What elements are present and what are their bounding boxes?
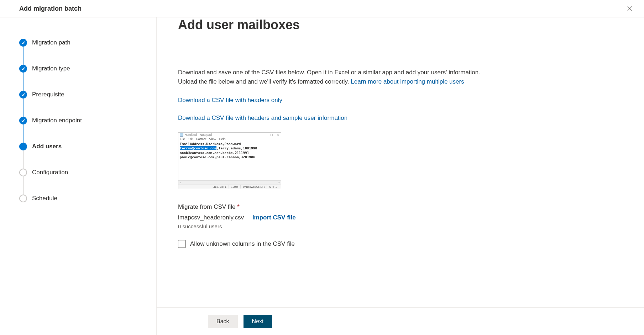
download-sample-link[interactable]: Download a CSV file with headers and sam… <box>178 115 498 122</box>
page-title: Add user mailboxes <box>178 17 498 32</box>
current-step-icon <box>19 143 27 150</box>
allow-unknown-columns-checkbox[interactable] <box>178 240 186 248</box>
description-text: Download and save one of the CSV files b… <box>178 68 498 86</box>
header-title: Add migration batch <box>19 5 82 12</box>
notepad-preview-image: *Untitled - Notepad — ▢ ✕ File Edit Form… <box>178 132 281 189</box>
notepad-title: *Untitled - Notepad <box>185 133 212 137</box>
step-label: Schedule <box>32 195 57 202</box>
pending-step-icon <box>19 169 27 176</box>
notepad-line3: annb@contoso.com,ann.beebe,2111991 <box>180 151 279 155</box>
notepad-line4: paulc@contoso.com,paul.cannon,3281986 <box>180 155 279 159</box>
checkmark-icon <box>19 39 27 47</box>
step-label: Migration path <box>32 39 70 46</box>
step-migration-path[interactable]: Migration path <box>19 39 142 65</box>
checkmark-icon <box>19 65 27 73</box>
step-migration-type[interactable]: Migration type <box>19 65 142 91</box>
notepad-menu-edit: Edit <box>188 137 194 141</box>
notepad-line2: terrya@contoso.com,terry.adams,1091990 <box>180 146 279 150</box>
notepad-line1: EmailAddress,UserName,Password <box>180 142 279 146</box>
allow-unknown-columns-label: Allow unknown columns in the CSV file <box>190 240 295 248</box>
close-window-icon: ✕ <box>277 133 279 137</box>
migrate-csv-label: Migrate from CSV file * <box>178 203 498 211</box>
import-csv-link[interactable]: Import CSV file <box>252 214 296 221</box>
wizard-steps-sidebar: Migration path Migration type Prerequisi… <box>0 17 157 335</box>
notepad-menu-view: View <box>209 137 216 141</box>
close-icon <box>627 6 632 11</box>
minimize-icon: — <box>263 133 266 137</box>
next-button[interactable]: Next <box>244 315 272 328</box>
footer-buttons: Back Next <box>157 307 644 335</box>
header: Add migration batch <box>0 0 644 17</box>
scroll-left-icon: < <box>179 181 182 184</box>
checkmark-icon <box>19 91 27 99</box>
successful-users-status: 0 successful users <box>178 223 498 229</box>
step-label: Add users <box>32 143 62 150</box>
required-asterisk: * <box>237 203 240 210</box>
step-label: Migration type <box>32 65 70 72</box>
notepad-menu-help: Help <box>219 137 226 141</box>
notepad-highlight: terrya@contoso.com <box>180 146 216 150</box>
step-label: Prerequisite <box>32 91 64 98</box>
content-area: Add user mailboxes Download and save one… <box>157 17 644 335</box>
learn-more-link[interactable]: Learn more about importing multiple user… <box>351 78 464 85</box>
step-label: Configuration <box>32 169 68 176</box>
close-button[interactable] <box>624 3 635 14</box>
notepad-menu-file: File <box>180 137 185 141</box>
pending-step-icon <box>19 195 27 202</box>
checkmark-icon <box>19 117 27 124</box>
notepad-status-zoom: 100% <box>229 185 240 188</box>
step-add-users[interactable]: Add users <box>19 143 142 169</box>
migrate-label-text: Migrate from CSV file <box>178 203 237 210</box>
step-configuration[interactable]: Configuration <box>19 169 142 195</box>
step-prerequisite[interactable]: Prerequisite <box>19 91 142 117</box>
notepad-status-enc: UTF-8 <box>267 185 279 188</box>
selected-file-name: imapcsv_headeronly.csv <box>178 214 244 221</box>
back-button[interactable]: Back <box>208 315 238 328</box>
download-headers-only-link[interactable]: Download a CSV file with headers only <box>178 97 498 104</box>
notepad-menu-format: Format <box>196 137 206 141</box>
step-migration-endpoint[interactable]: Migration endpoint <box>19 117 142 143</box>
notepad-status-eol: Windows (CRLF) <box>240 185 267 188</box>
notepad-status-lncol: Ln 2, Col 1 <box>210 185 229 188</box>
step-label: Migration endpoint <box>32 117 82 124</box>
notepad-line2-rest: ,terry.adams,1091990 <box>216 146 257 150</box>
step-schedule[interactable]: Schedule <box>19 195 142 202</box>
scroll-right-icon: > <box>277 181 280 184</box>
notepad-app-icon <box>180 133 183 137</box>
maximize-icon: ▢ <box>270 133 273 137</box>
